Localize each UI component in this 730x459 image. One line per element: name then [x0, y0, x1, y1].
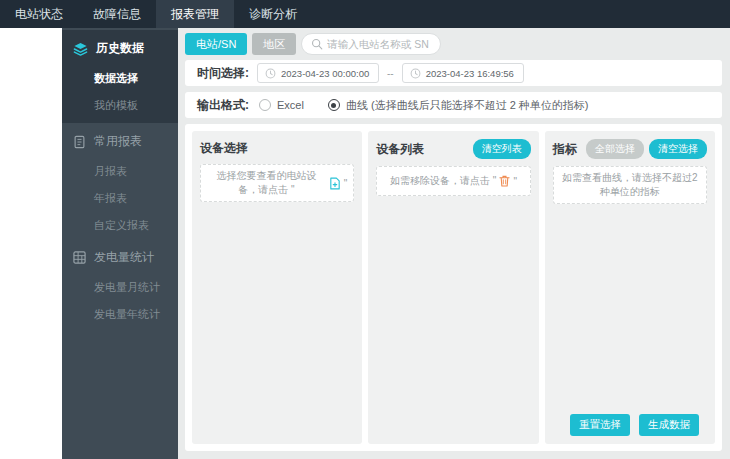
radio-excel[interactable] — [259, 99, 271, 111]
time-select-card: 时间选择: 2023-04-23 00:00:00 -- — [185, 60, 722, 86]
start-datetime-value: 2023-04-23 00:00:00 — [281, 68, 369, 79]
sidebar: 历史数据 数据选择 我的模板 常用报表 月报表 年报表 自定义报表 — [62, 28, 178, 459]
time-select-label: 时间选择: — [197, 65, 249, 82]
indicators-panel-head: 指标 全部选择 清空选择 — [553, 139, 707, 159]
nav-item-fault-info[interactable]: 故障信息 — [78, 0, 156, 28]
sidebar-group-label: 发电量统计 — [94, 249, 154, 266]
sidebar-item-data-selection[interactable]: 数据选择 — [62, 65, 178, 92]
sidebar-header-history-data[interactable]: 历史数据 — [62, 30, 178, 65]
report-icon — [73, 135, 86, 149]
nav-item-report-management[interactable]: 报表管理 — [156, 0, 234, 28]
sidebar-group-history-data: 历史数据 数据选择 我的模板 — [62, 30, 178, 123]
radio-curve-label[interactable]: 曲线 (选择曲线后只能选择不超过 2 种单位的指标) — [346, 98, 589, 113]
selection-panels-card: 设备选择 选择您要查看的电站设备，请点击 " " 设备列表 — [185, 124, 722, 451]
layers-icon — [73, 42, 88, 56]
table-icon — [73, 251, 86, 264]
top-nav: 电站状态 故障信息 报表管理 诊断分析 — [0, 0, 730, 28]
left-gutter — [0, 28, 62, 459]
device-select-panel: 设备选择 选择您要查看的电站设备，请点击 " " — [192, 131, 362, 444]
tab-station-sn[interactable]: 电站/SN — [185, 33, 247, 55]
sidebar-group-label: 常用报表 — [94, 133, 142, 150]
radio-option-curve: 曲线 (选择曲线后只能选择不超过 2 种单位的指标) — [328, 98, 603, 113]
search-filter-row: 电站/SN 地区 — [185, 33, 722, 55]
trash-icon — [499, 175, 510, 187]
sidebar-item-generation-yearly[interactable]: 发电量年统计 — [62, 301, 178, 328]
device-select-panel-head: 设备选择 — [200, 139, 354, 157]
main-content: 电站/SN 地区 时间选择: — [178, 28, 730, 459]
tab-region[interactable]: 地区 — [252, 33, 296, 55]
end-datetime-value: 2023-04-23 16:49:56 — [426, 68, 514, 79]
add-file-icon — [329, 177, 341, 190]
hint-text: 如需查看曲线，请选择不超过2种单位的指标 — [560, 171, 700, 199]
clear-selection-button[interactable]: 清空选择 — [649, 139, 707, 159]
select-all-button[interactable]: 全部选择 — [586, 139, 644, 159]
device-list-panel: 设备列表 清空列表 如需移除设备，请点击 " " — [368, 131, 538, 444]
radio-curve[interactable] — [328, 99, 340, 111]
sidebar-header-generation-stats[interactable]: 发电量统计 — [62, 239, 178, 274]
indicators-hint: 如需查看曲线，请选择不超过2种单位的指标 — [553, 166, 707, 204]
sidebar-group-generation-stats: 发电量统计 发电量月统计 发电量年统计 — [62, 239, 178, 328]
device-select-title: 设备选择 — [200, 140, 248, 157]
start-datetime-input[interactable]: 2023-04-23 00:00:00 — [257, 63, 379, 83]
sidebar-item-yearly-report[interactable]: 年报表 — [62, 185, 178, 212]
hint-text: " — [344, 178, 348, 189]
clear-list-button[interactable]: 清空列表 — [473, 139, 531, 159]
hint-text: 如需移除设备，请点击 " — [390, 174, 496, 188]
page-body: 历史数据 数据选择 我的模板 常用报表 月报表 年报表 自定义报表 — [0, 28, 730, 459]
generate-data-button[interactable]: 生成数据 — [639, 414, 699, 436]
search-box[interactable] — [301, 33, 441, 55]
sidebar-group-common-reports: 常用报表 月报表 年报表 自定义报表 — [62, 123, 178, 239]
hint-text: 选择您要查看的电站设备，请点击 " — [207, 169, 326, 197]
nav-item-diagnosis[interactable]: 诊断分析 — [234, 0, 312, 28]
sidebar-item-monthly-report[interactable]: 月报表 — [62, 158, 178, 185]
panel-actions: 重置选择 生成数据 — [570, 414, 699, 436]
indicators-panel: 指标 全部选择 清空选择 如需查看曲线，请选择不超过2种单位的指标 重置选择 生… — [545, 131, 715, 444]
search-icon — [311, 38, 323, 50]
reset-selection-button[interactable]: 重置选择 — [570, 414, 630, 436]
device-list-panel-head: 设备列表 清空列表 — [376, 139, 530, 159]
radio-excel-label[interactable]: Excel — [277, 99, 304, 111]
sidebar-item-generation-monthly[interactable]: 发电量月统计 — [62, 274, 178, 301]
sidebar-item-custom-report[interactable]: 自定义报表 — [62, 212, 178, 239]
device-list-title: 设备列表 — [376, 141, 424, 158]
search-input[interactable] — [327, 38, 431, 50]
device-select-hint: 选择您要查看的电站设备，请点击 " " — [200, 164, 354, 202]
clock-icon — [265, 68, 276, 79]
output-format-label: 输出格式: — [197, 97, 249, 114]
output-format-card: 输出格式: Excel 曲线 (选择曲线后只能选择不超过 2 种单位的指标) — [185, 92, 722, 118]
end-datetime-input[interactable]: 2023-04-23 16:49:56 — [402, 63, 524, 83]
radio-dot — [331, 103, 336, 108]
hint-text: " — [513, 176, 517, 187]
clock-icon — [410, 68, 421, 79]
device-list-hint: 如需移除设备，请点击 " " — [376, 166, 530, 196]
indicators-title: 指标 — [553, 141, 577, 158]
radio-option-excel: Excel — [259, 99, 318, 111]
sidebar-header-common-reports[interactable]: 常用报表 — [62, 123, 178, 158]
sidebar-item-my-templates[interactable]: 我的模板 — [62, 92, 178, 119]
nav-item-station-status[interactable]: 电站状态 — [0, 0, 78, 28]
date-range-separator: -- — [387, 68, 394, 79]
sidebar-group-label: 历史数据 — [96, 40, 144, 57]
